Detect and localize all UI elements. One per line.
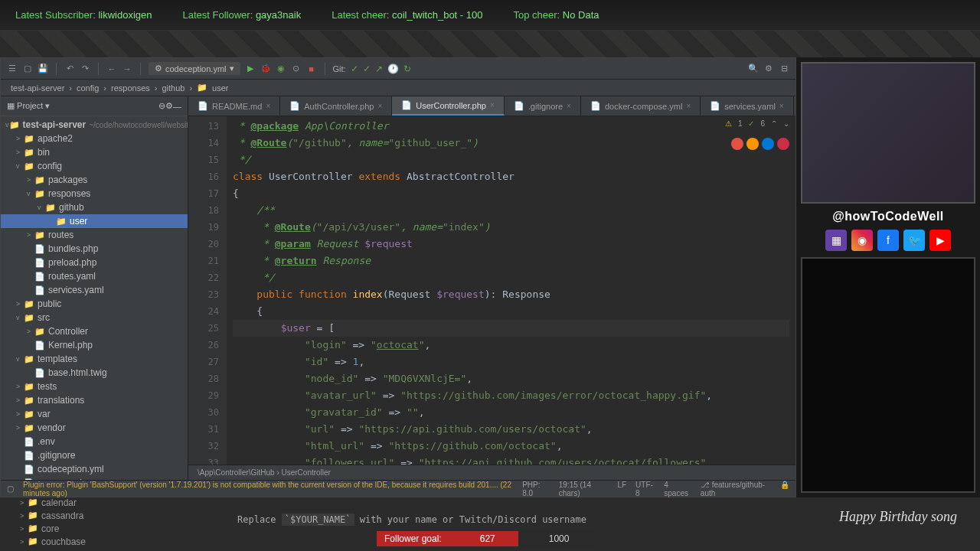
tree-item[interactable]: v📁templates (1, 352, 188, 366)
twitch-icon[interactable]: ▦ (825, 230, 847, 251)
tree-item[interactable]: 📄.env (1, 435, 188, 448)
code-editor[interactable]: ⚠1 ✓6 ⌃ ⌄ 131415161718192021222324252627… (188, 116, 795, 465)
chrome-icon (731, 138, 743, 150)
webcam-feed (801, 62, 975, 204)
status-position[interactable]: 19:15 (14 chars) (559, 481, 609, 497)
browser-icons[interactable] (731, 138, 789, 150)
run-config-dropdown[interactable]: ⚙ codeception.yml ▾ (149, 62, 240, 75)
code-inspections[interactable]: ⚠1 ✓6 ⌃ ⌄ (725, 119, 789, 128)
coverage-icon[interactable]: ◉ (276, 64, 286, 74)
status-branch[interactable]: ⎇ features/github-auth (701, 481, 771, 497)
stream-top-bar: Latest Subscriber: likwidoxigen Latest F… (0, 0, 980, 31)
tree-item[interactable]: 📄services.yaml (1, 283, 188, 297)
lock-icon[interactable]: 🔒 (780, 481, 789, 497)
editor-tab[interactable]: 📄docker-compose.yml× (581, 96, 701, 116)
editor-tab[interactable]: 📄UserController.php× (392, 96, 505, 116)
instagram-icon[interactable]: ◉ (851, 230, 873, 251)
git-revert-icon[interactable]: ↻ (403, 64, 411, 74)
git-pull-icon[interactable]: ✓ (351, 64, 358, 74)
extra-tree[interactable]: >📁calendar>📁cassandra>📁core>📁couchbase (5, 496, 188, 548)
open-icon[interactable]: ▢ (22, 64, 33, 74)
tree-item[interactable]: >📁apache2 (1, 132, 188, 145)
back-icon[interactable]: ← (106, 64, 117, 74)
tree-item[interactable]: >📁vendor (1, 421, 188, 435)
tree-item[interactable]: >📁translations (1, 393, 188, 407)
tree-item[interactable]: 📄codeception.yml (1, 462, 188, 476)
facebook-icon[interactable]: f (877, 230, 899, 251)
editor-tab[interactable]: 📄.gitignore× (505, 96, 581, 116)
git-commit-icon[interactable]: ✓ (363, 64, 371, 74)
debug-icon[interactable]: 🐞 (260, 64, 271, 74)
status-warning[interactable]: Plugin error: Plugin 'BashSupport' (vers… (23, 481, 513, 497)
search-icon[interactable]: 🔍 (748, 64, 759, 74)
close-tab-icon[interactable]: × (567, 102, 571, 110)
tree-item[interactable]: 📄bundles.php (1, 242, 188, 256)
tree-item[interactable]: 📄routes.yaml (1, 269, 188, 283)
tree-item[interactable]: >📁Controller (1, 324, 188, 338)
close-tab-icon[interactable]: × (377, 102, 382, 110)
tree-item[interactable]: v📁src (1, 311, 188, 324)
status-php[interactable]: PHP: 8.0 (522, 481, 550, 497)
tree-item[interactable]: >📁routes (1, 228, 188, 242)
close-tab-icon[interactable]: × (779, 102, 784, 110)
run-icon[interactable]: ▶ (245, 64, 256, 74)
status-encoding[interactable]: UTF-8 (635, 481, 655, 497)
settings-icon[interactable]: ⚙ (763, 64, 774, 74)
git-push-icon[interactable]: ↗ (375, 64, 383, 74)
status-indent[interactable]: 4 spaces (664, 481, 691, 497)
code-breadcrumb[interactable]: \App\Controller\GitHub › UserController (188, 465, 795, 480)
tree-item[interactable]: >📁var (1, 407, 188, 421)
code-content[interactable]: * @package App\Controller * @Route("/git… (227, 116, 795, 465)
close-panel-icon[interactable]: ⊟ (779, 64, 789, 74)
channel-handle: @howToCodeWell (801, 210, 975, 223)
edge-icon (762, 138, 774, 150)
tree-item[interactable]: >📁cassandra (5, 509, 188, 522)
close-tab-icon[interactable]: × (266, 102, 270, 110)
profile-icon[interactable]: ⊙ (291, 64, 302, 74)
undo-icon[interactable]: ↶ (64, 64, 75, 74)
tree-item[interactable]: >📁bin (1, 145, 188, 159)
tree-item[interactable]: >📁tests (1, 380, 188, 393)
editor-tab[interactable]: 📄README.md× (188, 96, 280, 116)
status-line-sep[interactable]: LF (617, 481, 626, 497)
now-playing-text: Happy Birthday song (839, 509, 957, 525)
editor-tab[interactable]: 📄services.yaml× (701, 96, 793, 116)
youtube-icon[interactable]: ▶ (929, 230, 951, 251)
tree-item[interactable]: 📁user (1, 214, 188, 228)
tree-item[interactable]: 📄.gitignore (1, 448, 188, 462)
tree-item[interactable]: 📄Kernel.php (1, 338, 188, 352)
close-tab-icon[interactable]: × (686, 102, 691, 110)
editor-tab[interactable]: 📄AuthController.php× (280, 96, 392, 116)
tree-item[interactable]: >📁core (5, 522, 188, 535)
sidebar-header: ▦ Project ▾ ⊖ ⚙ — (1, 96, 188, 116)
file-tree[interactable]: v📁test-api-server ~/code/howtocodewell/w… (1, 116, 188, 480)
bottom-overlay: >📁calendar>📁cassandra>📁core>📁couchbase R… (0, 497, 980, 551)
collapse-icon[interactable]: ⊖ (158, 101, 165, 111)
settings-icon[interactable]: ⚙ (165, 101, 173, 111)
hide-icon[interactable]: — (173, 102, 181, 111)
follower-goal-bar: Follower goal: 627 1000 (377, 531, 599, 546)
twitter-icon[interactable]: 🐦 (903, 230, 925, 251)
tree-item[interactable]: >📁couchbase (5, 535, 188, 548)
tree-item[interactable]: >📁calendar (5, 496, 188, 509)
tree-item[interactable]: v📁responses (1, 187, 188, 201)
forward-icon[interactable]: → (122, 64, 132, 74)
stop-icon[interactable]: ■ (306, 64, 317, 74)
menu-icon[interactable]: ☰ (7, 64, 18, 74)
git-history-icon[interactable]: 🕐 (387, 64, 399, 74)
tree-item[interactable]: v📁config (1, 159, 188, 173)
folder-icon[interactable]: 📁 user (197, 83, 230, 93)
tool-window-icon[interactable]: ▢ (7, 484, 14, 493)
tree-item[interactable]: v📁github (1, 201, 188, 214)
tree-item[interactable]: 📄base.html.twig (1, 366, 188, 380)
editor-tabs: 📄README.md×📄AuthController.php×📄UserCont… (188, 96, 795, 116)
tree-root[interactable]: v📁test-api-server ~/code/howtocodewell/w… (1, 118, 188, 132)
save-icon[interactable]: 💾 (38, 64, 48, 74)
tree-item[interactable]: >📁packages (1, 173, 188, 187)
tree-item[interactable]: >📁public (1, 297, 188, 311)
redo-icon[interactable]: ↷ (80, 64, 90, 74)
git-label: Git: (333, 64, 346, 73)
close-tab-icon[interactable]: × (490, 101, 495, 109)
overlay-content (801, 257, 975, 493)
tree-item[interactable]: 📄preload.php (1, 256, 188, 269)
